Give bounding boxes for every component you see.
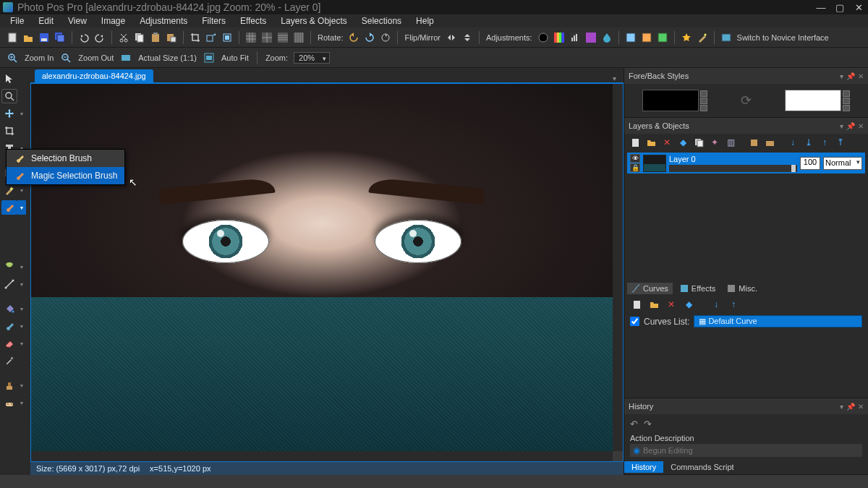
bucket-tool-icon[interactable]: [1, 301, 17, 316]
actual-size-label[interactable]: Actual Size (1:1): [138, 53, 197, 62]
canvas-horizontal-scrollbar[interactable]: [31, 451, 613, 461]
effects-tab[interactable]: Effects: [676, 283, 720, 294]
selection-brush-tool-icon[interactable]: [1, 200, 17, 215]
zoom-in-label[interactable]: Zoom In: [25, 53, 54, 62]
menu-view[interactable]: View: [61, 16, 94, 26]
panel-menu-icon[interactable]: ▾: [840, 72, 843, 80]
novice-icon[interactable]: [720, 31, 733, 44]
history-redo-icon[interactable]: ↷: [644, 419, 652, 429]
layer-flatten-icon[interactable]: [763, 136, 776, 149]
cut-icon[interactable]: [117, 31, 130, 44]
fore-picker-icon[interactable]: [700, 90, 707, 97]
shape-tool-icon[interactable]: [1, 260, 17, 274]
crop-tool-icon[interactable]: [1, 124, 17, 138]
grid4-icon[interactable]: [292, 31, 305, 44]
paste-layer-icon[interactable]: [165, 31, 178, 44]
layer-row[interactable]: 👁🔒 Layer 0 100 Normal: [627, 153, 865, 174]
curve-open-icon[interactable]: [647, 298, 660, 311]
crop-icon[interactable]: [189, 31, 202, 44]
clone-tool-flyout[interactable]: ▾: [17, 378, 26, 393]
wand-tool-flyout[interactable]: ▾: [17, 183, 26, 197]
heal-tool-flyout[interactable]: ▾: [17, 395, 26, 410]
menu-edit[interactable]: Edit: [31, 16, 61, 26]
minimize-button[interactable]: —: [814, 2, 827, 12]
curve-down-icon[interactable]: ↓: [710, 298, 723, 311]
layer-visible-icon[interactable]: 👁: [630, 154, 640, 163]
layer-top-icon[interactable]: ⤒: [834, 136, 847, 149]
commands-bottom-tab[interactable]: Commands Script: [663, 461, 741, 473]
selection-brush-flyout[interactable]: ▾: [17, 200, 26, 215]
grid3-icon[interactable]: [276, 31, 289, 44]
fore-reset-icon[interactable]: [700, 98, 707, 104]
adj-frame1-icon[interactable]: [624, 31, 637, 44]
layer-merge-icon[interactable]: [747, 136, 760, 149]
actual-size-icon[interactable]: [119, 51, 132, 64]
adj-star-icon[interactable]: [680, 31, 693, 44]
menu-help[interactable]: Help: [409, 16, 441, 26]
curve-delete-icon[interactable]: ✕: [665, 298, 678, 311]
canvas[interactable]: [30, 84, 624, 462]
move-tool-flyout[interactable]: ▾: [17, 106, 26, 121]
layer-lock-icon[interactable]: 🔒: [630, 163, 640, 172]
grid2-icon[interactable]: [260, 31, 273, 44]
adj-frame3-icon[interactable]: [656, 31, 669, 44]
novice-label[interactable]: Switch to Novice Interface: [737, 33, 829, 42]
eraser-tool-flyout[interactable]: ▾: [17, 336, 26, 351]
menu-image[interactable]: Image: [94, 16, 132, 26]
menu-selections[interactable]: Selections: [354, 16, 409, 26]
adj-hue-icon[interactable]: [537, 31, 550, 44]
copy-icon[interactable]: [133, 31, 146, 44]
adj-gradient-icon[interactable]: [553, 31, 566, 44]
layer-up-icon[interactable]: ↑: [818, 136, 831, 149]
menu-adjustments[interactable]: Adjustments: [132, 16, 195, 26]
curves-list-select[interactable]: ▦ Default Curve: [694, 315, 862, 328]
layer-opacity-input[interactable]: 100: [800, 157, 820, 170]
zoom-out-label[interactable]: Zoom Out: [78, 53, 114, 62]
history-menu-icon[interactable]: ▾: [840, 403, 843, 411]
layer-mask-icon[interactable]: ▥: [724, 136, 737, 149]
adj-colorize-icon[interactable]: [584, 31, 597, 44]
menu-layers[interactable]: Layers & Objects: [273, 16, 354, 26]
panel-close-icon[interactable]: ✕: [858, 72, 864, 80]
move-tool-icon[interactable]: [1, 106, 17, 121]
brush-tool-flyout[interactable]: ▾: [17, 319, 26, 333]
document-tab[interactable]: alexandru-zdrobau-84424.jpg: [35, 69, 153, 82]
magic-selection-brush-option[interactable]: Magic Selection Brush: [7, 167, 124, 184]
flip-v-icon[interactable]: [461, 31, 474, 44]
zoom-out-icon[interactable]: [59, 51, 72, 64]
wand-tool-icon[interactable]: [1, 183, 17, 197]
curve-new-icon[interactable]: [630, 298, 643, 311]
rotate-free-icon[interactable]: [379, 31, 392, 44]
selection-brush-option[interactable]: Selection Brush: [7, 150, 124, 167]
resize-icon[interactable]: [205, 31, 218, 44]
layers-pin-icon[interactable]: 📌: [846, 122, 855, 130]
document-tab-menu[interactable]: ▾: [613, 74, 616, 82]
adj-frame2-icon[interactable]: [640, 31, 653, 44]
zoom-select[interactable]: 20%▾: [294, 52, 330, 64]
rotate-ccw-icon[interactable]: [347, 31, 360, 44]
open-icon[interactable]: [22, 31, 35, 44]
layer-fx-icon[interactable]: ✦: [708, 136, 721, 149]
auto-fit-icon[interactable]: [203, 51, 216, 64]
zoom-in-icon[interactable]: [6, 51, 19, 64]
rotate-cw-icon[interactable]: [363, 31, 376, 44]
layer-dup-icon[interactable]: [692, 136, 705, 149]
layer-down-icon[interactable]: ↓: [786, 136, 799, 149]
menu-effects[interactable]: Effects: [233, 16, 273, 26]
adj-drop-icon[interactable]: [600, 31, 613, 44]
layer-blend-select[interactable]: Normal: [823, 157, 862, 170]
history-bottom-tab[interactable]: History: [624, 461, 663, 473]
curve-edit-icon[interactable]: ◆: [682, 298, 695, 311]
clone-tool-icon[interactable]: [1, 378, 17, 393]
history-pin-icon[interactable]: 📌: [846, 403, 855, 411]
adj-wand-icon[interactable]: [696, 31, 709, 44]
back-picker-icon[interactable]: [843, 90, 850, 97]
history-undo-icon[interactable]: ↶: [630, 419, 638, 429]
grid1-icon[interactable]: [244, 31, 258, 44]
layer-info-icon[interactable]: ◆: [676, 136, 689, 149]
fore-opts-icon[interactable]: [700, 105, 707, 111]
adj-levels-icon[interactable]: [569, 31, 582, 44]
menu-file[interactable]: File: [3, 16, 31, 26]
layers-menu-icon[interactable]: ▾: [840, 122, 843, 130]
redo-icon[interactable]: [93, 31, 106, 44]
